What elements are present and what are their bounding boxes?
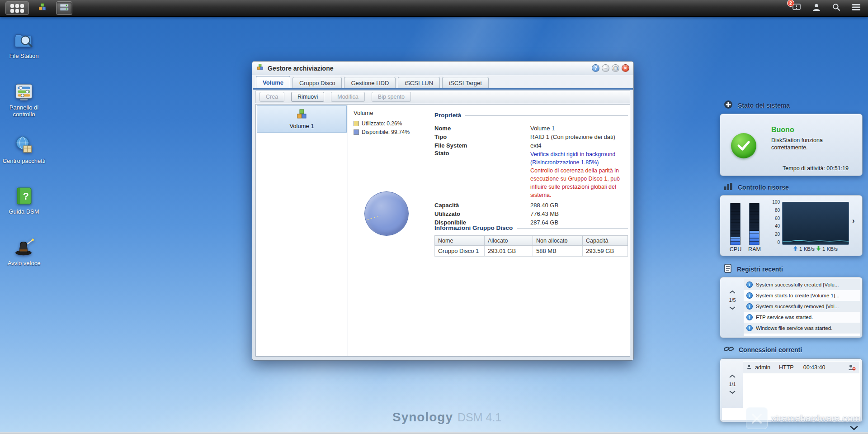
col-header-unallocated[interactable]: Non allocato	[533, 236, 583, 246]
prop-value: ext4	[530, 142, 628, 149]
connections-page-down-button[interactable]	[729, 390, 736, 394]
window-content: Volume 1 Volume Utilizzato: 0.26% Dispon…	[255, 104, 630, 357]
system-uptime: Tempo di attività: 00:51:19	[783, 165, 849, 172]
system-status-widget-title: Stato del sistema	[724, 100, 790, 110]
desktop-icon-control-panel[interactable]: Pannello di controllo	[1, 81, 47, 118]
log-row[interactable]: iSystem successfully removed [Vol...	[744, 301, 860, 312]
taskbar-app-storage-manager-button[interactable]	[56, 1, 72, 15]
tab-hdd-management[interactable]: Gestione HDD	[344, 77, 396, 88]
create-button[interactable]: Crea	[259, 92, 284, 102]
log-row[interactable]: iSystem successfully created [Volu...	[744, 279, 860, 290]
tab-accent-line	[253, 88, 633, 90]
col-header-name[interactable]: Nome	[435, 236, 485, 246]
properties-section: Proprietà Nome Volume 1 Tipo RAID 1 (Con…	[434, 110, 628, 227]
svg-text:?: ?	[23, 191, 28, 202]
tab-iscsi-target[interactable]: iSCSI Target	[442, 77, 489, 88]
download-rate: 1 KB/s	[822, 246, 838, 252]
table-row[interactable]: Gruppo Disco 1 293.01 GB 588 MB 293.59 G…	[435, 246, 628, 257]
log-row[interactable]: iFTP service was started.	[744, 312, 860, 323]
legend-used: Utilizzato: 0.26%	[354, 120, 435, 127]
legend-available-swatch	[354, 129, 359, 135]
system-status-panel: Buono DiskStation funziona correttamente…	[720, 114, 863, 176]
prop-value: RAID 1 (Con protezione dei dati)	[530, 134, 628, 140]
modify-button[interactable]: Modifica	[331, 92, 365, 102]
window-minimize-button[interactable]: –	[602, 64, 609, 72]
legend-used-swatch	[354, 121, 359, 126]
notifications-button[interactable]: 2	[790, 2, 803, 14]
logs-page-down-button[interactable]	[729, 306, 736, 310]
system-status-value: Buono	[771, 126, 794, 134]
taskbar: 2	[0, 0, 868, 17]
volume-list: Volume 1	[256, 105, 348, 356]
disk-group-table: Nome Allocato Non allocato Capacità Grup…	[434, 235, 628, 257]
volume-pie-chart	[364, 191, 409, 236]
user-menu-button[interactable]	[810, 2, 823, 14]
connections-page-up-button[interactable]	[729, 374, 736, 378]
taskbar-app-button-1[interactable]	[34, 1, 51, 15]
prop-label: Utilizzato	[434, 210, 530, 217]
site-logo-icon	[746, 407, 768, 429]
ram-label: RAM	[745, 246, 764, 253]
desktop-icon-dsm-help[interactable]: ? Guida DSM	[1, 186, 47, 215]
prop-label: Tipo	[434, 134, 530, 140]
prop-row-type: Tipo RAID 1 (Con protezione dei dati)	[434, 133, 628, 141]
connection-user-icon	[746, 364, 752, 371]
logs-page-indicator: 1/5	[729, 297, 736, 303]
tab-volume[interactable]: Volume	[256, 76, 290, 88]
window-close-button[interactable]: ✕	[622, 64, 629, 72]
main-menu-button[interactable]	[5, 1, 29, 15]
window-maximize-button[interactable]: ▢	[612, 64, 619, 72]
ram-gauge	[749, 203, 760, 245]
logs-page-up-button[interactable]	[729, 290, 736, 294]
app-cubes-icon	[38, 3, 47, 13]
graph-scale: 100 80 60 40 20 0	[764, 200, 780, 245]
search-button[interactable]	[830, 2, 843, 14]
site-watermark: xtremehardware.com	[746, 407, 860, 429]
legend-available-label: Disponibile: 99.74%	[362, 129, 410, 135]
desktop-icon-label: Centro pacchetti	[1, 157, 47, 164]
window-title: Gestore archiviazione	[268, 65, 334, 72]
tab-iscsi-lun[interactable]: iSCSI LUN	[398, 77, 440, 88]
log-row[interactable]: iSystem starts to create [Volume 1]...	[744, 290, 860, 301]
volume-chart-block: Volume Utilizzato: 0.26% Disponibile: 99…	[354, 110, 435, 138]
connection-row[interactable]: admin HTTP 00:43:40	[743, 362, 859, 373]
prop-row-filesystem: File System ext4	[434, 141, 628, 150]
status-ok-icon	[731, 133, 756, 158]
window-help-button[interactable]: ?	[592, 64, 599, 72]
pilot-view-icon	[852, 4, 861, 13]
cell-name: Gruppo Disco 1	[435, 246, 485, 257]
resource-monitor-widget-title: Controllo risorse	[724, 182, 789, 192]
beep-off-button[interactable]: Bip spento	[372, 92, 411, 102]
col-header-capacity[interactable]: Capacità	[583, 236, 628, 246]
prop-row-used: Utilizzato 776.43 MB	[434, 210, 628, 218]
desktop-icon-quick-start[interactable]: Avvio veloce	[1, 237, 47, 267]
desktop: 2	[0, 0, 868, 434]
recent-logs-title-text: Registri recenti	[737, 266, 783, 273]
kick-connection-button[interactable]	[848, 364, 856, 371]
tab-disk-group[interactable]: Gruppo Disco	[292, 77, 342, 88]
connections-page-indicator: 1/1	[729, 382, 736, 387]
desktop-icon-package-center[interactable]: Centro pacchetti	[1, 135, 47, 164]
desktop-icon-file-station[interactable]: File Station	[1, 30, 47, 59]
cell-allocated: 293.01 GB	[485, 246, 533, 257]
pilot-view-button[interactable]	[850, 2, 863, 14]
upload-rate: 1 KB/s	[799, 246, 815, 252]
recent-logs-icon	[724, 264, 732, 274]
desktop-icon-label: Guida DSM	[1, 208, 47, 215]
window-titlebar[interactable]: Gestore archiviazione ? – ▢ ✕	[252, 62, 633, 75]
col-header-allocated[interactable]: Allocato	[485, 236, 533, 246]
log-row[interactable]: iWindows file service was started.	[744, 323, 860, 334]
desktop-icon-label: Avvio veloce	[1, 260, 47, 267]
dsm-watermark: Synology DSM 4.1	[392, 410, 501, 424]
remove-button[interactable]: Rimuovi	[291, 92, 324, 102]
disk-group-title: Informazioni Gruppo Disco	[434, 224, 513, 231]
storage-manager-window: Gestore archiviazione ? – ▢ ✕ Volume Gru…	[252, 61, 634, 361]
prop-value: 776.43 MB	[530, 210, 628, 217]
resource-next-page-button[interactable]: ›	[852, 216, 855, 225]
connections-icon	[724, 345, 734, 354]
volume-list-item[interactable]: Volume 1	[257, 105, 347, 133]
file-station-icon	[14, 30, 34, 51]
divider	[465, 115, 628, 116]
user-icon	[812, 3, 821, 14]
cell-capacity: 293.59 GB	[583, 246, 628, 257]
